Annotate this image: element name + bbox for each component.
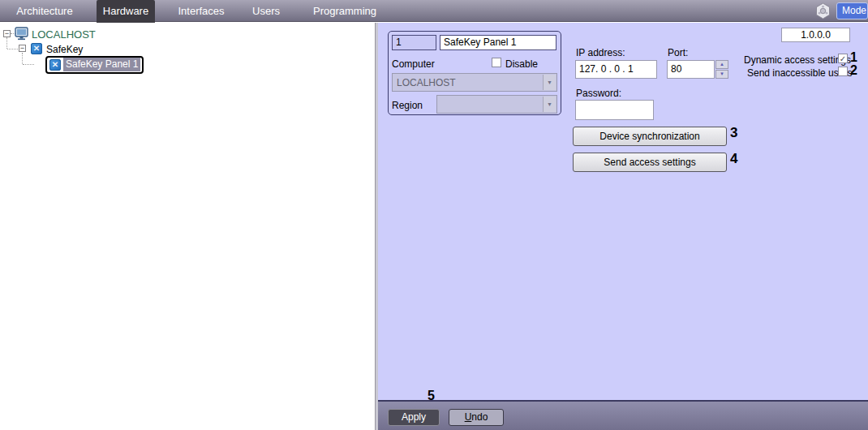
tree-connector [7,49,18,49]
top-menu-bar: Architecture Hardware Interfaces Users P… [0,0,868,22]
tab-interfaces[interactable]: Interfaces [170,0,232,22]
annotation-4: 4 [730,153,737,166]
tab-programming[interactable]: Programming [308,0,381,22]
hardware-tree-panel: − LOCALHOST − ✕ SafeKey ✕ SafeKey Panel … [0,23,375,430]
tab-users[interactable]: Users [243,0,289,22]
tree-node-localhost[interactable]: LOCALHOST [32,28,96,41]
computer-dropdown-value: LOCALHOST [397,76,456,89]
application-window: Architecture Hardware Interfaces Users P… [0,0,868,430]
computer-icon [15,27,28,43]
mode-button[interactable]: Mode: D [836,2,868,19]
ip-address-label: IP address: [576,47,625,58]
annotation-1: 1 [850,51,857,64]
tree-node-safekey[interactable]: SafeKey [46,43,83,56]
tree-connector [22,53,23,64]
ip-address-field[interactable]: 127. 0 . 0 . 1 [575,60,657,79]
port-spinner: ▲ ▼ [715,60,728,79]
computer-dropdown[interactable]: LOCALHOST ▼ [392,73,557,92]
password-field[interactable] [575,100,654,120]
tab-architecture[interactable]: Architecture [8,0,81,22]
undo-button-accel: U [465,411,472,423]
port-label: Port: [668,47,688,58]
spinner-down-icon[interactable]: ▼ [715,70,728,79]
annotation-2: 2 [850,64,857,77]
tree-node-safekey-panel-label: SafeKey Panel 1 [63,58,140,71]
send-access-settings-button[interactable]: Send access settings [573,153,727,172]
version-field: 1.0.0.0 [781,28,850,42]
tree-connector [6,37,7,49]
tab-hardware[interactable]: Hardware [97,0,155,24]
collapse-toggle-localhost[interactable]: − [3,30,11,37]
apply-button[interactable]: Apply [388,409,440,426]
device-x-icon: ✕ [49,59,61,71]
send-inaccessible-checkbox[interactable] [838,67,848,76]
undo-button[interactable]: Undo [449,409,504,426]
undo-button-rest: ndo [471,411,488,423]
disable-checkbox[interactable] [492,58,501,67]
device-x-icon: ✕ [31,43,42,54]
spinner-up-icon[interactable]: ▲ [715,60,728,69]
annotation-3: 3 [730,127,737,140]
dynamic-access-checkbox[interactable]: ✓ [838,54,848,63]
collapse-toggle-safekey[interactable]: − [19,45,26,52]
region-label: Region [392,100,423,111]
device-synchronization-button[interactable]: Device synchronization [573,127,727,146]
object-name-field[interactable]: SafeKey Panel 1 [440,35,556,50]
password-label: Password: [576,88,621,99]
object-id-field[interactable]: 1 [392,35,436,50]
disable-label: Disable [505,58,538,70]
chevron-down-icon[interactable]: ▼ [543,75,556,90]
tree-node-safekey-panel-selected[interactable]: ✕ SafeKey Panel 1 [45,56,144,74]
chevron-down-icon[interactable]: ▼ [543,97,556,112]
computer-label: Computer [392,58,435,70]
port-field[interactable]: 80 [667,60,715,79]
send-inaccessible-label: Send inaccessible users [747,67,852,79]
region-dropdown[interactable]: ▼ [436,95,557,114]
dynamic-access-label: Dynamic access settings [744,54,851,66]
tree-connector [23,64,34,65]
settings-gear-icon[interactable] [814,2,831,19]
footer-bar: Apply Undo [378,400,868,430]
safekey-panel-settings: 1.0.0.0 1 SafeKey Panel 1 Computer Disab… [378,23,868,400]
